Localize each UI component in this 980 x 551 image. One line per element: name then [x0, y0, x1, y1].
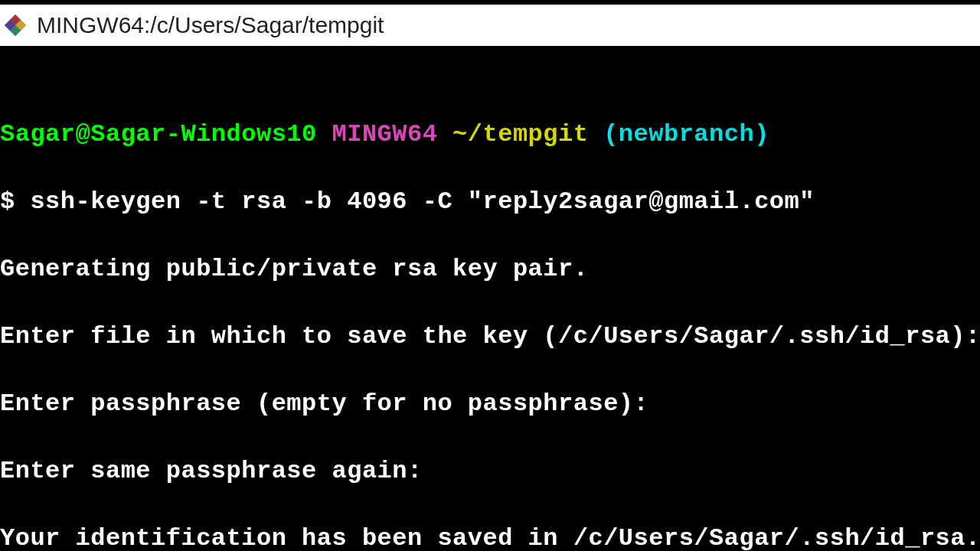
output-line: Generating public/private rsa key pair.	[0, 253, 980, 286]
prompt-env: MINGW64	[332, 120, 437, 148]
prompt-user: Sagar@Sagar-Windows10	[0, 120, 317, 148]
output-line: Enter passphrase (empty for no passphras…	[0, 387, 980, 421]
window-title: MINGW64:/c/Users/Sagar/tempgit	[37, 12, 384, 38]
prompt-line: Sagar@Sagar-Windows10 MINGW64 ~/tempgit …	[0, 118, 980, 152]
prompt-branch: (newbranch)	[603, 120, 769, 148]
prompt-path: ~/tempgit	[452, 120, 588, 148]
mingw-icon	[2, 11, 29, 39]
output-line: Your identification has been saved in /c…	[0, 522, 980, 551]
output-line: Enter same passphrase again:	[0, 455, 980, 488]
window-titlebar[interactable]: MINGW64:/c/Users/Sagar/tempgit	[0, 0, 980, 46]
terminal-output[interactable]: Sagar@Sagar-Windows10 MINGW64 ~/tempgit …	[0, 46, 980, 551]
command-line: $ ssh-keygen -t rsa -b 4096 -C "reply2sa…	[0, 185, 980, 219]
output-line: Enter file in which to save the key (/c/…	[0, 320, 980, 354]
